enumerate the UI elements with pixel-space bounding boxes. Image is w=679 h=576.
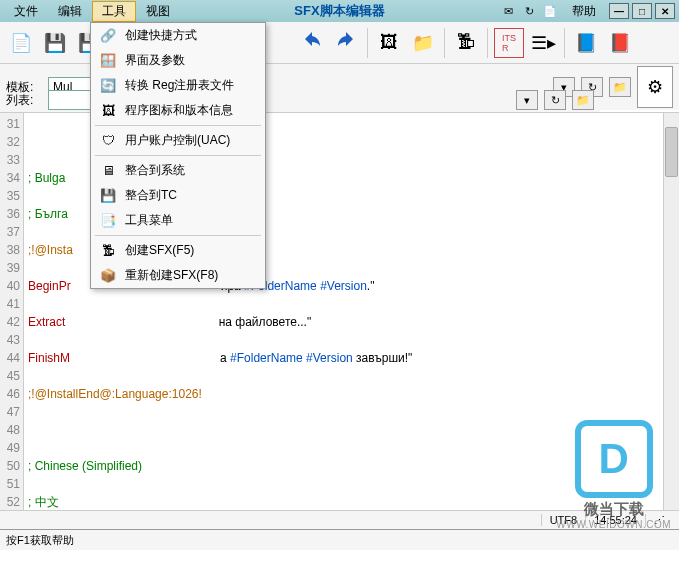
dd-integrate-system[interactable]: 🖥整合到系统	[91, 158, 265, 183]
code-line: ; Chinese (Simplified)	[28, 457, 659, 475]
shield-icon: 🛡	[99, 133, 117, 149]
titlebar: 文件 编辑 工具 视图 SFX脚本编辑器 ✉ ↻ 📄 帮助 — □ ✕	[0, 0, 679, 22]
redo-icon[interactable]	[331, 28, 361, 58]
status-resize-grip[interactable]: ⋰	[645, 514, 673, 527]
template-open-button[interactable]: 📁	[609, 77, 631, 97]
maximize-button[interactable]: □	[632, 3, 652, 19]
code-line: ; 中文	[28, 493, 659, 510]
list-refresh-button[interactable]: ↻	[544, 90, 566, 110]
shortcut-icon: 🔗	[99, 28, 117, 44]
menu-file[interactable]: 文件	[4, 1, 48, 22]
dd-uac[interactable]: 🛡用户账户控制(UAC)	[91, 128, 265, 153]
menu-view[interactable]: 视图	[136, 1, 180, 22]
dd-tool-menu[interactable]: 📑工具菜单	[91, 208, 265, 233]
dd-reg-convert[interactable]: 🔄转换 Reg注册表文件	[91, 73, 265, 98]
its-icon[interactable]: ITSR	[494, 28, 524, 58]
disk-icon: 💾	[99, 188, 117, 204]
list-dropdown-button[interactable]: ▾	[516, 90, 538, 110]
dd-create-shortcut[interactable]: 🔗创建快捷方式	[91, 23, 265, 48]
menu-edit[interactable]: 编辑	[48, 1, 92, 22]
help-icon[interactable]: 📘	[571, 28, 601, 58]
code-line: FinishMа #FolderName #Version завърши!"	[28, 349, 659, 367]
folder-icon[interactable]: 📁	[408, 28, 438, 58]
status-encoding: UTF8	[541, 514, 586, 526]
statusbar-bottom: 按F1获取帮助	[0, 530, 679, 550]
list-open-button[interactable]: 📁	[572, 90, 594, 110]
archive-icon[interactable]: 🗜	[451, 28, 481, 58]
system-icon: 🖥	[99, 163, 117, 179]
status-time: 14:55:24	[585, 514, 645, 526]
minimize-button[interactable]: —	[609, 3, 629, 19]
list-label: 列表:	[6, 92, 42, 109]
gutter: 3132333435363738394041424344454647484950…	[0, 113, 24, 510]
settings-button[interactable]: ⚙	[637, 66, 673, 108]
new-icon[interactable]: 📄	[6, 28, 36, 58]
menubar: 文件 编辑 工具 视图	[4, 1, 180, 22]
menu-help[interactable]: 帮助	[562, 1, 606, 22]
undo-icon[interactable]	[297, 28, 327, 58]
code-line: Extract на файловете..."	[28, 313, 659, 331]
menu-tools[interactable]: 工具	[92, 1, 136, 22]
close-button[interactable]: ✕	[655, 3, 675, 19]
tools-dropdown: 🔗创建快捷方式 🪟界面及参数 🔄转换 Reg注册表文件 🖼程序图标和版本信息 🛡…	[90, 22, 266, 289]
convert-icon: 🔄	[99, 78, 117, 94]
save-icon[interactable]: 💾	[40, 28, 70, 58]
app-title: SFX脚本编辑器	[180, 2, 499, 20]
dd-integrate-tc[interactable]: 💾整合到TC	[91, 183, 265, 208]
refresh-icon[interactable]: ↻	[520, 3, 538, 19]
exit-icon[interactable]: 📕	[605, 28, 635, 58]
scrollbar[interactable]	[663, 113, 679, 510]
dd-recreate-sfx[interactable]: 📦重新创建SFX(F8)	[91, 263, 265, 288]
refresh-archive-icon: 📦	[99, 268, 117, 284]
window-icon: 🪟	[99, 53, 117, 69]
code-line	[28, 421, 659, 439]
icon-swap[interactable]: 🖼	[374, 28, 404, 58]
status-help: 按F1获取帮助	[6, 533, 74, 548]
list-icon[interactable]: ☰▸	[528, 28, 558, 58]
dd-icon-version[interactable]: 🖼程序图标和版本信息	[91, 98, 265, 123]
statusbar-top: UTF8 14:55:24 ⋰	[0, 510, 679, 530]
menu-icon: 📑	[99, 213, 117, 229]
scroll-thumb[interactable]	[665, 127, 678, 177]
archive-icon: 🗜	[99, 243, 117, 259]
code-line: ;!@InstallEnd@:Language:1026!	[28, 385, 659, 403]
dd-create-sfx[interactable]: 🗜创建SFX(F5)	[91, 238, 265, 263]
mail-icon[interactable]: ✉	[499, 3, 517, 19]
picture-icon: 🖼	[99, 103, 117, 119]
doc-icon[interactable]: 📄	[541, 3, 559, 19]
dd-ui-params[interactable]: 🪟界面及参数	[91, 48, 265, 73]
